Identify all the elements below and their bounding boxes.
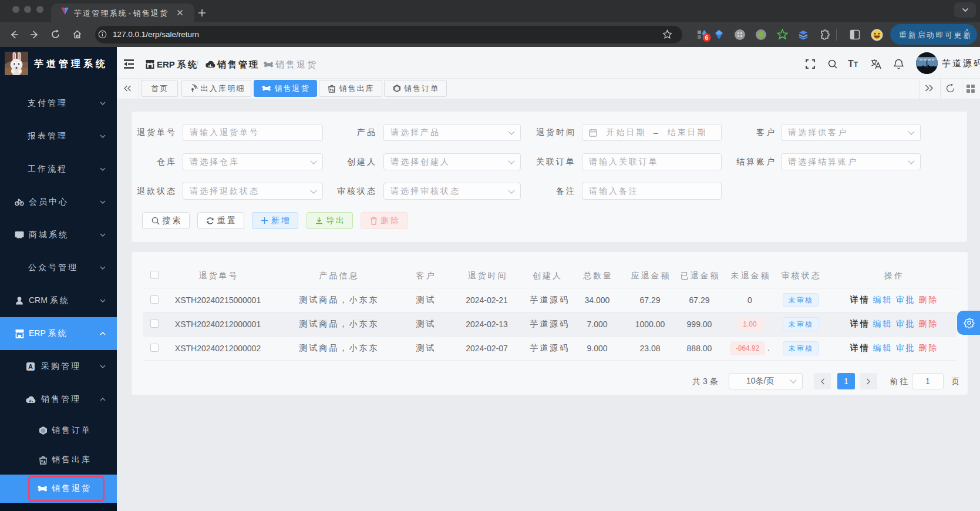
svg-text:6: 6 xyxy=(705,35,709,41)
svg-text:A: A xyxy=(28,363,33,370)
